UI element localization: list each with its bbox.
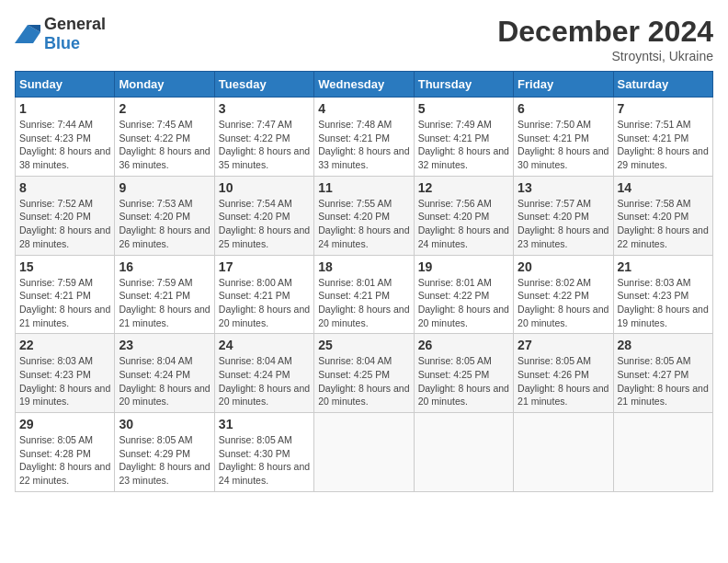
weekday-header: Tuesday — [214, 72, 313, 98]
calendar-cell: 5Sunrise: 7:49 AMSunset: 4:21 PMDaylight… — [414, 98, 513, 177]
day-number: 12 — [418, 180, 509, 195]
calendar-cell: 19Sunrise: 8:01 AMSunset: 4:22 PMDayligh… — [414, 255, 513, 334]
logo-text: General Blue — [44, 15, 106, 53]
calendar-cell: 16Sunrise: 7:59 AMSunset: 4:21 PMDayligh… — [115, 255, 214, 334]
day-info: Sunrise: 8:04 AMSunset: 4:24 PMDaylight:… — [119, 354, 210, 408]
calendar-cell: 6Sunrise: 7:50 AMSunset: 4:21 PMDaylight… — [514, 98, 613, 177]
weekday-header: Wednesday — [314, 72, 414, 98]
day-number: 18 — [318, 259, 409, 274]
day-info: Sunrise: 7:48 AMSunset: 4:21 PMDaylight:… — [318, 118, 409, 172]
day-info: Sunrise: 7:47 AMSunset: 4:22 PMDaylight:… — [219, 118, 310, 172]
day-info: Sunrise: 7:53 AMSunset: 4:20 PMDaylight:… — [119, 197, 210, 251]
day-number: 10 — [219, 180, 310, 195]
calendar-cell — [414, 413, 513, 492]
calendar-cell: 28Sunrise: 8:05 AMSunset: 4:27 PMDayligh… — [613, 334, 712, 413]
day-number: 21 — [618, 259, 709, 274]
day-info: Sunrise: 7:51 AMSunset: 4:21 PMDaylight:… — [618, 118, 709, 172]
day-number: 15 — [19, 259, 110, 274]
day-number: 26 — [418, 338, 509, 352]
day-info: Sunrise: 7:44 AMSunset: 4:23 PMDaylight:… — [19, 118, 110, 172]
day-info: Sunrise: 7:49 AMSunset: 4:21 PMDaylight:… — [418, 118, 509, 172]
calendar-cell: 25Sunrise: 8:04 AMSunset: 4:25 PMDayligh… — [314, 334, 414, 413]
day-number: 17 — [219, 259, 310, 274]
day-number: 9 — [119, 180, 210, 195]
main-title: December 2024 — [497, 15, 713, 49]
day-info: Sunrise: 7:58 AMSunset: 4:20 PMDaylight:… — [618, 197, 709, 251]
day-info: Sunrise: 8:05 AMSunset: 4:30 PMDaylight:… — [219, 433, 310, 488]
calendar-cell: 31Sunrise: 8:05 AMSunset: 4:30 PMDayligh… — [214, 413, 313, 492]
calendar-cell: 1Sunrise: 7:44 AMSunset: 4:23 PMDaylight… — [16, 98, 115, 177]
day-info: Sunrise: 8:01 AMSunset: 4:21 PMDaylight:… — [318, 276, 409, 330]
calendar-cell: 9Sunrise: 7:53 AMSunset: 4:20 PMDaylight… — [115, 176, 214, 255]
calendar-week-row: 8Sunrise: 7:52 AMSunset: 4:20 PMDaylight… — [16, 176, 713, 255]
day-info: Sunrise: 7:54 AMSunset: 4:20 PMDaylight:… — [219, 197, 310, 251]
calendar-cell: 23Sunrise: 8:04 AMSunset: 4:24 PMDayligh… — [115, 334, 214, 413]
logo-general: General — [44, 15, 106, 33]
day-number: 14 — [618, 180, 709, 195]
calendar-cell: 20Sunrise: 8:02 AMSunset: 4:22 PMDayligh… — [514, 255, 613, 334]
day-info: Sunrise: 7:57 AMSunset: 4:20 PMDaylight:… — [518, 197, 609, 251]
day-info: Sunrise: 8:05 AMSunset: 4:28 PMDaylight:… — [19, 433, 110, 488]
day-number: 19 — [418, 259, 509, 274]
day-number: 22 — [19, 338, 110, 352]
calendar-cell: 2Sunrise: 7:45 AMSunset: 4:22 PMDaylight… — [115, 98, 214, 177]
calendar-cell: 30Sunrise: 8:05 AMSunset: 4:29 PMDayligh… — [115, 413, 214, 492]
subtitle: Stroyntsi, Ukraine — [497, 49, 713, 63]
day-info: Sunrise: 7:59 AMSunset: 4:21 PMDaylight:… — [19, 276, 110, 330]
calendar-week-row: 1Sunrise: 7:44 AMSunset: 4:23 PMDaylight… — [16, 98, 713, 177]
day-number: 16 — [119, 259, 210, 274]
calendar-cell: 17Sunrise: 8:00 AMSunset: 4:21 PMDayligh… — [214, 255, 313, 334]
weekday-header: Monday — [115, 72, 214, 98]
day-number: 6 — [518, 101, 609, 116]
day-info: Sunrise: 8:05 AMSunset: 4:26 PMDaylight:… — [518, 354, 609, 408]
day-number: 29 — [19, 417, 110, 431]
calendar-cell: 21Sunrise: 8:03 AMSunset: 4:23 PMDayligh… — [613, 255, 712, 334]
day-info: Sunrise: 8:02 AMSunset: 4:22 PMDaylight:… — [518, 276, 609, 330]
day-number: 4 — [318, 101, 409, 116]
day-info: Sunrise: 7:50 AMSunset: 4:21 PMDaylight:… — [518, 118, 609, 172]
calendar-cell — [613, 413, 712, 492]
day-number: 2 — [119, 101, 210, 116]
weekday-header: Sunday — [16, 72, 115, 98]
day-info: Sunrise: 7:59 AMSunset: 4:21 PMDaylight:… — [119, 276, 210, 330]
calendar-header-row: SundayMondayTuesdayWednesdayThursdayFrid… — [16, 72, 713, 98]
day-info: Sunrise: 8:03 AMSunset: 4:23 PMDaylight:… — [618, 276, 709, 330]
day-info: Sunrise: 8:05 AMSunset: 4:25 PMDaylight:… — [418, 354, 509, 408]
day-number: 24 — [219, 338, 310, 352]
calendar-cell: 11Sunrise: 7:55 AMSunset: 4:20 PMDayligh… — [314, 176, 414, 255]
day-number: 30 — [119, 417, 210, 431]
page-header: General Blue December 2024 Stroyntsi, Uk… — [15, 15, 713, 63]
calendar-cell: 10Sunrise: 7:54 AMSunset: 4:20 PMDayligh… — [214, 176, 313, 255]
calendar-cell: 13Sunrise: 7:57 AMSunset: 4:20 PMDayligh… — [514, 176, 613, 255]
weekday-header: Saturday — [613, 72, 712, 98]
calendar-cell: 3Sunrise: 7:47 AMSunset: 4:22 PMDaylight… — [214, 98, 313, 177]
day-number: 7 — [618, 101, 709, 116]
day-number: 31 — [219, 417, 310, 431]
logo-blue: Blue — [44, 34, 80, 52]
calendar-cell — [514, 413, 613, 492]
day-info: Sunrise: 8:00 AMSunset: 4:21 PMDaylight:… — [219, 276, 310, 330]
calendar-cell: 27Sunrise: 8:05 AMSunset: 4:26 PMDayligh… — [514, 334, 613, 413]
weekday-header: Friday — [514, 72, 613, 98]
day-info: Sunrise: 8:01 AMSunset: 4:22 PMDaylight:… — [418, 276, 509, 330]
day-number: 11 — [318, 180, 409, 195]
calendar-cell: 18Sunrise: 8:01 AMSunset: 4:21 PMDayligh… — [314, 255, 414, 334]
day-info: Sunrise: 8:04 AMSunset: 4:24 PMDaylight:… — [219, 354, 310, 408]
day-number: 23 — [119, 338, 210, 352]
day-number: 27 — [518, 338, 609, 352]
calendar-cell: 15Sunrise: 7:59 AMSunset: 4:21 PMDayligh… — [16, 255, 115, 334]
calendar-week-row: 15Sunrise: 7:59 AMSunset: 4:21 PMDayligh… — [16, 255, 713, 334]
calendar-cell: 14Sunrise: 7:58 AMSunset: 4:20 PMDayligh… — [613, 176, 712, 255]
day-number: 13 — [518, 180, 609, 195]
calendar-cell: 22Sunrise: 8:03 AMSunset: 4:23 PMDayligh… — [16, 334, 115, 413]
day-number: 5 — [418, 101, 509, 116]
calendar-table: SundayMondayTuesdayWednesdayThursdayFrid… — [15, 71, 713, 492]
day-number: 28 — [618, 338, 709, 352]
weekday-header: Thursday — [414, 72, 513, 98]
calendar-cell: 24Sunrise: 8:04 AMSunset: 4:24 PMDayligh… — [214, 334, 313, 413]
day-info: Sunrise: 8:03 AMSunset: 4:23 PMDaylight:… — [19, 354, 110, 408]
day-number: 20 — [518, 259, 609, 274]
logo-icon — [15, 25, 40, 43]
day-info: Sunrise: 7:56 AMSunset: 4:20 PMDaylight:… — [418, 197, 509, 251]
calendar-cell: 4Sunrise: 7:48 AMSunset: 4:21 PMDaylight… — [314, 98, 414, 177]
